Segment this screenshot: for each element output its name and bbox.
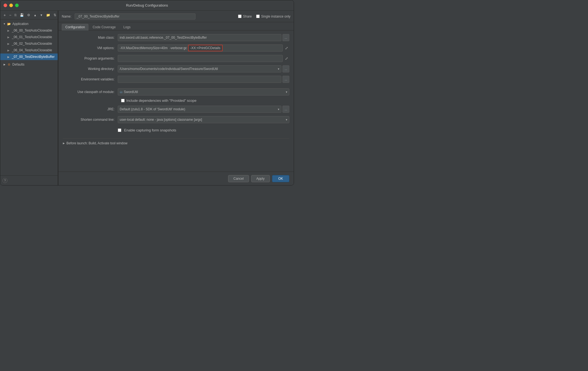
move-up-button[interactable]: ▲ <box>32 13 38 17</box>
application-folder-icon: 📂 <box>7 22 11 26</box>
sidebar-item-5[interactable]: ▶ _07_00_TestDirectByteBuffer <box>0 54 58 60</box>
tab-logs[interactable]: Logs <box>120 24 134 30</box>
jre-browse-button[interactable]: ... <box>282 106 289 113</box>
include-deps-row: Include dependencies with "Provided" sco… <box>63 99 289 103</box>
before-launch-header[interactable]: ▶ Before launch: Build, Activate tool wi… <box>63 141 289 145</box>
single-instance-checkbox[interactable] <box>256 15 260 18</box>
apply-button[interactable]: Apply <box>251 175 270 182</box>
program-args-row: Program arguments: ⤢ <box>63 55 289 62</box>
folder-button[interactable]: 📁 <box>45 13 51 18</box>
cancel-button[interactable]: Cancel <box>228 175 249 182</box>
minimize-button[interactable] <box>9 4 13 7</box>
working-dir-field: /Users/momo/Documents/code/individual/Sw… <box>118 65 289 72</box>
jre-value: Default (zulu1.8 - SDK of 'SwordUtil' mo… <box>120 107 185 111</box>
before-launch-section: ▶ Before launch: Build, Activate tool wi… <box>63 138 289 145</box>
working-dir-value: /Users/momo/Documents/code/individual/Sw… <box>120 67 218 71</box>
program-args-expand-button[interactable]: ⤢ <box>284 56 289 61</box>
shorten-cmd-row: Shorten command line: user-local default… <box>63 116 289 123</box>
working-dir-browse-button[interactable]: ... <box>282 65 289 72</box>
arrow-collapsed-icon: ▶ <box>2 63 6 66</box>
enable-capturing-label: Enable capturing form snapshots <box>124 128 176 132</box>
main-class-field: ... <box>118 34 289 41</box>
env-vars-row: Environment variables: ... <box>63 75 289 83</box>
ok-button[interactable]: OK <box>272 175 289 182</box>
sidebar-item-label-5: _07_00_TestDirectByteBuffer <box>12 55 55 59</box>
single-instance-checkbox-row: Single instance only <box>256 15 290 18</box>
sort-button[interactable]: ⇅ <box>52 13 57 18</box>
env-vars-input[interactable] <box>118 76 281 83</box>
sidebar-item-3[interactable]: ▶ _06_02_TestAutoCloseable <box>0 40 58 47</box>
vm-options-row: VM options: -XX:MaxDirectMemorySize=40m … <box>63 44 289 52</box>
jre-label: JRE: <box>63 107 118 111</box>
sidebar-item-4[interactable]: ▶ _06_04_TestAutoCloseable <box>0 47 58 54</box>
shorten-cmd-label: Shorten command line: <box>63 118 118 122</box>
close-button[interactable] <box>4 4 7 7</box>
config-file-icon-2: ▶ <box>6 35 11 39</box>
main-class-row: Main class: ... <box>63 34 289 41</box>
window-controls <box>4 4 19 7</box>
vm-options-expand-button[interactable]: ⤢ <box>284 46 289 50</box>
main-window: Run/Debug Configurations + − ⎘ 💾 ⚙ ▲ ▼ 📁… <box>0 0 294 186</box>
vm-part2-text: -verbose:gc <box>169 45 188 51</box>
name-input[interactable] <box>75 13 195 19</box>
main-class-input[interactable] <box>118 34 281 41</box>
sidebar-item-label-3: _06_02_TestAutoCloseable <box>12 42 52 46</box>
sidebar-item-2[interactable]: ▶ _06_01_TestAutoCloseable <box>0 34 58 40</box>
sidebar-item-label-1: _06_00_TestAutoCloseable <box>12 29 52 32</box>
tab-configuration[interactable]: Configuration <box>62 24 88 30</box>
env-vars-field: ... <box>118 76 289 83</box>
tabs-bar: Configuration Code Coverage Logs <box>58 22 294 30</box>
save-config-button[interactable]: 💾 <box>19 13 25 18</box>
maximize-button[interactable] <box>15 4 19 7</box>
defaults-icon: ⚙ <box>7 62 11 67</box>
working-dir-row: Working directory: /Users/momo/Documents… <box>63 65 289 73</box>
module-icon: 🗂 <box>120 90 123 94</box>
name-field-label: Name: <box>62 15 71 18</box>
share-checkbox[interactable] <box>238 15 242 18</box>
spacer <box>63 86 289 88</box>
classpath-select[interactable]: 🗂 SwordUtil ▾ <box>118 88 289 95</box>
jre-row: JRE: Default (zulu1.8 - SDK of 'SwordUti… <box>63 105 289 113</box>
sidebar-toolbar: + − ⎘ 💾 ⚙ ▲ ▼ 📁 ⇅ <box>0 11 58 19</box>
enable-capturing-checkbox[interactable] <box>118 128 121 132</box>
config-file-icon-3: ▶ <box>6 41 11 46</box>
before-launch-arrow-icon: ▶ <box>63 142 65 145</box>
shorten-cmd-value: user-local default: none - java [options… <box>120 118 202 122</box>
working-dir-arrow-icon: ▾ <box>278 67 279 71</box>
include-deps-checkbox[interactable] <box>121 99 125 102</box>
tab-code-coverage[interactable]: Code Coverage <box>89 24 119 30</box>
working-dir-select[interactable]: /Users/momo/Documents/code/individual/Sw… <box>118 65 281 72</box>
header-bar: Name: Share Single instance only <box>58 11 294 22</box>
program-args-field: ⤢ <box>118 55 289 62</box>
env-vars-browse-button[interactable]: ... <box>282 76 289 83</box>
sidebar-item-defaults[interactable]: ▶ ⚙ Defaults <box>0 61 58 68</box>
bottom-bar: Cancel Apply OK <box>58 172 294 185</box>
sidebar-item-application[interactable]: ▼ 📂 Application <box>0 21 58 27</box>
move-down-button[interactable]: ▼ <box>39 13 44 17</box>
remove-config-button[interactable]: − <box>8 12 12 18</box>
sidebar-item-1[interactable]: ▶ _06_00_TestAutoCloseable <box>0 27 58 34</box>
vm-options-container[interactable]: -XX:MaxDirectMemorySize=40m -verbose:gc … <box>118 44 283 52</box>
sidebar-item-label-4: _06_04_TestAutoCloseable <box>12 48 52 52</box>
include-deps-label: Include dependencies with "Provided" sco… <box>126 99 197 103</box>
vm-part1-text: -XX:MaxDirectMemorySize=40m <box>118 45 169 51</box>
help-button[interactable]: ? <box>2 178 7 183</box>
header-right-controls: Share Single instance only <box>238 15 290 18</box>
copy-config-button[interactable]: ⎘ <box>13 13 18 18</box>
settings-config-button[interactable]: ⚙ <box>26 13 31 18</box>
jre-select[interactable]: Default (zulu1.8 - SDK of 'SwordUtil' mo… <box>118 106 281 113</box>
vm-options-label: VM options: <box>63 46 118 50</box>
config-tree: ▼ 📂 Application ▶ _06_00_TestAutoCloseab… <box>0 19 58 175</box>
classpath-value: SwordUtil <box>124 90 138 94</box>
program-args-input[interactable] <box>118 55 283 62</box>
jre-dropdown-icon: ▾ <box>278 108 279 111</box>
enable-capturing-field: Enable capturing form snapshots <box>118 128 289 132</box>
share-checkbox-row: Share <box>238 15 252 18</box>
enable-capturing-row: Enable capturing form snapshots <box>63 126 289 134</box>
arrow-expanded-icon: ▼ <box>2 22 6 26</box>
share-label: Share <box>243 15 252 18</box>
classpath-label: Use classpath of module: <box>63 90 118 94</box>
shorten-cmd-select[interactable]: user-local default: none - java [options… <box>118 116 289 123</box>
main-class-browse-button[interactable]: ... <box>282 34 289 41</box>
add-config-button[interactable]: + <box>2 12 7 18</box>
